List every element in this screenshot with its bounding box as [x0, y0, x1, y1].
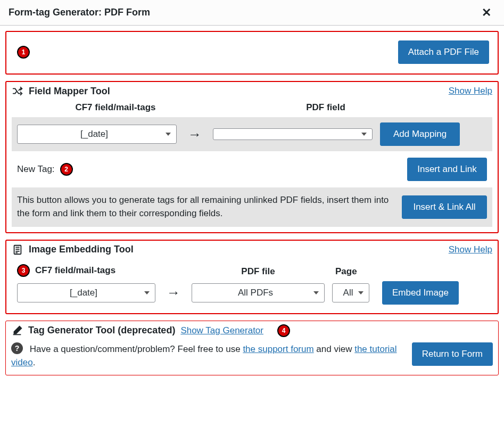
document-icon	[12, 244, 23, 256]
chevron-down-icon	[358, 291, 363, 294]
field-mapper-help-link[interactable]: Show Help	[449, 86, 492, 96]
attach-row: 1 Attach a PDF File	[12, 35, 492, 68]
insert-and-link-button[interactable]: Insert and Link	[407, 158, 487, 181]
attach-panel: 1 Attach a PDF File	[5, 31, 499, 75]
chevron-down-icon	[361, 133, 367, 136]
pdf-field-select[interactable]	[213, 128, 373, 140]
chevron-down-icon	[144, 291, 150, 294]
embed-pdf-select-value: All PDFs	[197, 288, 313, 298]
return-to-form-button[interactable]: Return to Form	[412, 342, 493, 366]
attach-pdf-button[interactable]: Attach a PDF File	[398, 40, 489, 64]
show-tag-generator-link[interactable]: Show Tag Generator	[180, 325, 263, 336]
annotation-badge-1: 1	[17, 46, 30, 59]
add-mapping-button[interactable]: Add Mapping	[380, 122, 460, 146]
link-all-row: This button allows you to generate tags …	[12, 187, 492, 226]
cf7-field-select-value: [_date]	[23, 129, 166, 140]
image-embedding-help-link[interactable]: Show Help	[449, 244, 492, 255]
embed-page-select[interactable]: All	[332, 283, 369, 302]
shuffle-icon	[12, 85, 23, 97]
mapper-col-pdf-label: PDF field	[246, 102, 406, 113]
mapper-col-cf7-label: CF7 field/mail-tags	[17, 102, 214, 113]
arrow-right-icon: →	[163, 284, 184, 301]
dialog-content: 1 Attach a PDF File Field Mapper Tool Sh…	[0, 26, 504, 387]
embed-col-page-label: Page	[332, 266, 369, 277]
annotation-badge-3: 3	[17, 264, 30, 277]
image-embedding-title: Image Embedding Tool	[12, 244, 134, 256]
help-suffix: .	[33, 357, 36, 367]
insert-link-all-button[interactable]: Insert & Link All	[402, 195, 487, 219]
field-mapper-panel: Field Mapper Tool Show Help CF7 field/ma…	[5, 81, 499, 233]
embed-cf7-select[interactable]: [_date]	[17, 283, 155, 302]
new-tag-label: New Tag:	[17, 164, 55, 175]
dialog-title: Form-tag Generator: PDF Form	[9, 7, 150, 18]
embed-select-row: [_date] → All PDFs All Embed Image	[12, 281, 492, 308]
link-all-description: This button allows you to generate tags …	[17, 194, 391, 220]
embed-cf7-select-value: [_date]	[23, 288, 144, 298]
embed-page-select-value: All	[338, 288, 358, 298]
dialog-header: Form-tag Generator: PDF Form ✕	[0, 0, 504, 26]
new-tag-row: New Tag: 2 Insert and Link	[12, 151, 492, 187]
mapper-select-row: [_date] → Add Mapping	[12, 117, 492, 151]
arrow-right-icon: →	[184, 126, 205, 143]
image-embedding-header: Image Embedding Tool Show Help	[12, 244, 492, 256]
close-icon[interactable]: ✕	[477, 4, 495, 22]
edit-icon	[11, 325, 23, 337]
embed-column-labels: 3 CF7 field/mail-tags PDF file Page	[12, 261, 492, 281]
annotation-badge-4: 4	[277, 324, 290, 337]
image-embedding-title-text: Image Embedding Tool	[29, 244, 134, 255]
embed-col-cf7-label: CF7 field/mail-tags	[35, 265, 115, 276]
embed-pdf-select[interactable]: All PDFs	[192, 283, 325, 302]
question-icon: ?	[11, 342, 23, 354]
help-mid: and view	[314, 344, 355, 354]
help-prefix: Have a question/comment/problem? Feel fr…	[30, 344, 243, 354]
embed-col-pdf-label: PDF file	[192, 266, 325, 277]
field-mapper-title: Field Mapper Tool	[12, 85, 110, 97]
chevron-down-icon	[313, 291, 319, 294]
mapper-column-labels: CF7 field/mail-tags PDF field	[12, 102, 492, 117]
help-text: ? Have a question/comment/problem? Feel …	[11, 342, 401, 370]
tag-generator-title: Tag Generator Tool (deprecated)	[28, 325, 175, 336]
image-embedding-panel: Image Embedding Tool Show Help 3 CF7 fie…	[5, 240, 499, 314]
annotation-badge-2: 2	[60, 163, 73, 176]
tag-generator-panel: Tag Generator Tool (deprecated) Show Tag…	[5, 321, 499, 375]
tag-generator-header: Tag Generator Tool (deprecated) Show Tag…	[11, 324, 493, 337]
field-mapper-title-text: Field Mapper Tool	[29, 86, 110, 97]
field-mapper-header: Field Mapper Tool Show Help	[12, 85, 492, 97]
support-forum-link[interactable]: the support forum	[243, 344, 313, 354]
help-row: ? Have a question/comment/problem? Feel …	[11, 342, 493, 370]
cf7-field-select[interactable]: [_date]	[17, 125, 177, 144]
embed-image-button[interactable]: Embed Image	[382, 281, 459, 305]
chevron-down-icon	[166, 133, 171, 136]
